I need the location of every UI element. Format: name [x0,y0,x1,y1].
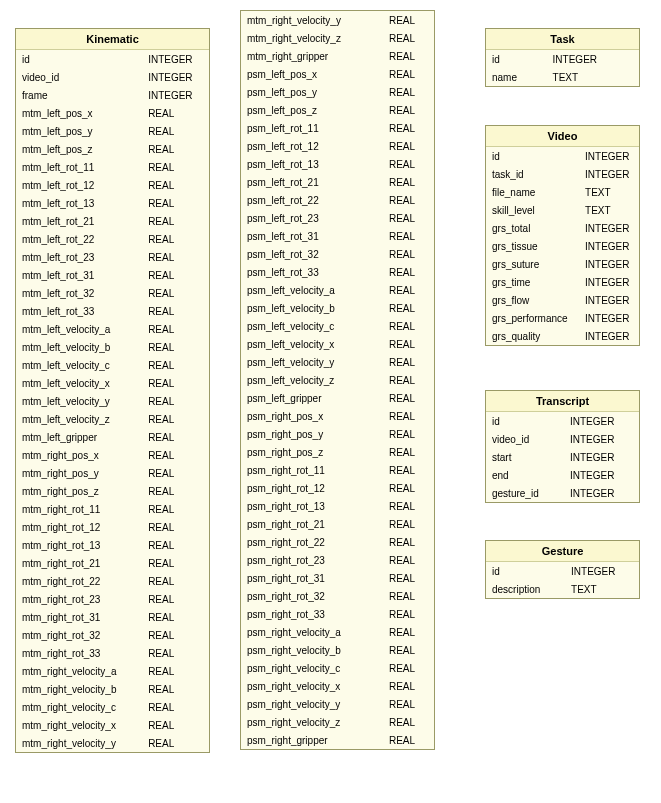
column-name: psm_right_pos_y [241,425,383,443]
column-name: psm_right_pos_x [241,407,383,425]
column-row: idINTEGER [16,50,209,68]
column-row: psm_right_pos_zREAL [241,443,434,461]
column-type: REAL [142,590,209,608]
column-row: mtm_right_rot_12REAL [16,518,209,536]
column-type: REAL [142,140,209,158]
column-name: mtm_left_velocity_a [16,320,142,338]
column-row: psm_right_velocity_bREAL [241,641,434,659]
column-name: id [486,412,564,430]
column-name: psm_left_pos_z [241,101,383,119]
column-name: mtm_left_velocity_b [16,338,142,356]
column-row: mtm_right_velocity_bREAL [16,680,209,698]
column-name: gesture_id [486,484,564,502]
column-type: INTEGER [142,68,209,86]
column-name: mtm_right_rot_12 [16,518,142,536]
column-type: INTEGER [142,50,209,68]
column-name: mtm_right_rot_22 [16,572,142,590]
table-rows-transcript: idINTEGERvideo_idINTEGERstartINTEGERendI… [486,412,639,502]
column-type: INTEGER [579,291,639,309]
column-row: psm_left_pos_yREAL [241,83,434,101]
column-name: grs_flow [486,291,579,309]
column-name: mtm_right_pos_y [16,464,142,482]
column-type: INTEGER [579,237,639,255]
column-type: REAL [383,29,434,47]
table-task: Task idINTEGERnameTEXT [485,28,640,87]
column-row: psm_left_velocity_yREAL [241,353,434,371]
column-name: mtm_right_velocity_c [16,698,142,716]
column-row: mtm_left_velocity_cREAL [16,356,209,374]
column-type: REAL [383,317,434,335]
column-name: psm_left_pos_x [241,65,383,83]
column-name: end [486,466,564,484]
column-type: REAL [383,551,434,569]
column-name: psm_right_rot_12 [241,479,383,497]
column-row: grs_performanceINTEGER [486,309,639,327]
column-type: REAL [142,680,209,698]
table-kinematic: Kinematic idINTEGERvideo_idINTEGERframeI… [15,28,210,753]
column-type: INTEGER [579,219,639,237]
column-type: INTEGER [579,147,639,165]
column-name: mtm_left_rot_12 [16,176,142,194]
column-name: psm_right_rot_31 [241,569,383,587]
column-type: REAL [383,227,434,245]
column-row: psm_right_velocity_aREAL [241,623,434,641]
column-name: mtm_right_velocity_y [241,11,383,29]
column-name: grs_time [486,273,579,291]
column-type: REAL [142,626,209,644]
column-row: mtm_right_velocity_zREAL [241,29,434,47]
column-type: REAL [142,230,209,248]
column-row: mtm_left_rot_12REAL [16,176,209,194]
column-name: description [486,580,565,598]
column-name: mtm_left_velocity_x [16,374,142,392]
column-type: INTEGER [579,327,639,345]
column-row: mtm_right_rot_23REAL [16,590,209,608]
column-type: INTEGER [579,273,639,291]
column-type: REAL [383,713,434,731]
column-name: mtm_left_rot_32 [16,284,142,302]
table-rows-task: idINTEGERnameTEXT [486,50,639,86]
column-name: mtm_left_rot_21 [16,212,142,230]
column-type: REAL [383,425,434,443]
column-row: mtm_right_rot_13REAL [16,536,209,554]
column-row: psm_right_pos_yREAL [241,425,434,443]
column-type: REAL [383,569,434,587]
table-title-kinematic: Kinematic [16,29,209,50]
column-row: psm_left_rot_32REAL [241,245,434,263]
column-row: psm_right_rot_13REAL [241,497,434,515]
column-name: mtm_right_pos_z [16,482,142,500]
column-row: startINTEGER [486,448,639,466]
column-row: psm_right_gripperREAL [241,731,434,749]
column-row: video_idINTEGER [486,430,639,448]
column-row: mtm_right_velocity_aREAL [16,662,209,680]
column-row: psm_right_rot_11REAL [241,461,434,479]
column-row: psm_right_rot_12REAL [241,479,434,497]
column-row: mtm_right_pos_yREAL [16,464,209,482]
column-name: mtm_left_velocity_z [16,410,142,428]
column-name: mtm_right_velocity_y [16,734,142,752]
column-name: grs_tissue [486,237,579,255]
column-row: mtm_right_gripperREAL [241,47,434,65]
column-type: REAL [142,356,209,374]
column-type: TEXT [565,580,639,598]
column-type: REAL [383,173,434,191]
column-row: idINTEGER [486,412,639,430]
column-type: REAL [142,266,209,284]
column-type: REAL [142,482,209,500]
column-type: REAL [142,284,209,302]
column-row: psm_left_rot_21REAL [241,173,434,191]
column-name: psm_left_rot_13 [241,155,383,173]
table-video: Video idINTEGERtask_idINTEGERfile_nameTE… [485,125,640,346]
column-row: psm_left_rot_12REAL [241,137,434,155]
column-type: REAL [383,209,434,227]
column-type: INTEGER [564,466,639,484]
column-row: psm_left_velocity_zREAL [241,371,434,389]
column-row: psm_left_pos_xREAL [241,65,434,83]
column-type: REAL [142,410,209,428]
column-name: mtm_right_pos_x [16,446,142,464]
column-type: REAL [142,374,209,392]
column-name: psm_right_velocity_z [241,713,383,731]
column-row: mtm_right_rot_33REAL [16,644,209,662]
column-name: psm_left_velocity_c [241,317,383,335]
column-row: psm_right_rot_21REAL [241,515,434,533]
table-rows-video: idINTEGERtask_idINTEGERfile_nameTEXTskil… [486,147,639,345]
